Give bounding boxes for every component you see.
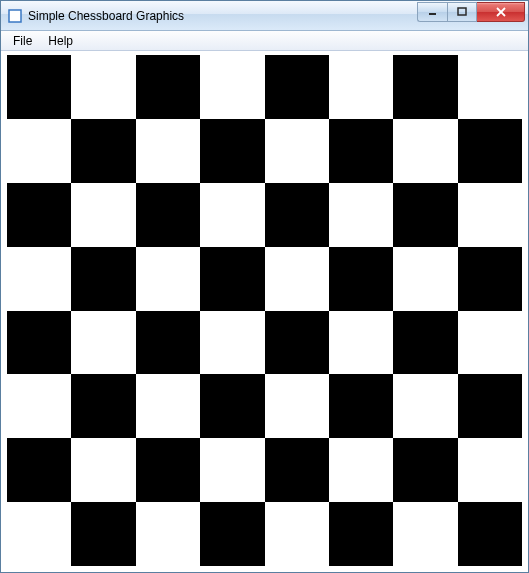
board-square (71, 119, 135, 183)
maximize-button[interactable] (447, 2, 477, 22)
board-square (136, 247, 200, 311)
board-square (265, 119, 329, 183)
board-square (458, 311, 522, 375)
board-square (71, 183, 135, 247)
board-square (458, 438, 522, 502)
window-title: Simple Chessboard Graphics (28, 9, 417, 23)
board-square (329, 438, 393, 502)
board-square (136, 438, 200, 502)
board-square (393, 55, 457, 119)
board-square (7, 55, 71, 119)
board-square (329, 247, 393, 311)
board-square (71, 502, 135, 566)
board-square (7, 502, 71, 566)
svg-rect-0 (9, 10, 21, 22)
client-area (1, 51, 528, 572)
board-square (71, 55, 135, 119)
board-square (393, 502, 457, 566)
menu-file[interactable]: File (5, 32, 40, 50)
board-square (393, 247, 457, 311)
board-square (200, 374, 264, 438)
board-square (7, 311, 71, 375)
board-square (7, 183, 71, 247)
board-square (329, 55, 393, 119)
board-square (265, 374, 329, 438)
board-square (7, 374, 71, 438)
board-square (136, 183, 200, 247)
svg-rect-2 (458, 8, 466, 15)
board-square (393, 438, 457, 502)
board-square (136, 119, 200, 183)
board-square (200, 183, 264, 247)
board-square (71, 247, 135, 311)
board-square (136, 374, 200, 438)
board-square (200, 119, 264, 183)
board-square (329, 183, 393, 247)
board-square (7, 438, 71, 502)
board-square (329, 374, 393, 438)
board-square (200, 311, 264, 375)
board-square (136, 311, 200, 375)
menubar: File Help (1, 31, 528, 51)
board-square (393, 311, 457, 375)
board-square (329, 502, 393, 566)
board-square (200, 438, 264, 502)
board-square (458, 55, 522, 119)
board-square (71, 438, 135, 502)
board-square (329, 119, 393, 183)
menu-help[interactable]: Help (40, 32, 81, 50)
app-window: Simple Chessboard Graphics File Help (0, 0, 529, 573)
board-square (136, 55, 200, 119)
board-square (458, 183, 522, 247)
board-square (393, 374, 457, 438)
board-square (329, 311, 393, 375)
window-controls (417, 2, 525, 22)
board-square (7, 119, 71, 183)
board-square (265, 55, 329, 119)
board-square (7, 247, 71, 311)
board-square (200, 502, 264, 566)
board-square (265, 247, 329, 311)
close-button[interactable] (477, 2, 525, 22)
board-square (265, 438, 329, 502)
titlebar[interactable]: Simple Chessboard Graphics (1, 1, 528, 31)
board-square (393, 183, 457, 247)
board-square (458, 374, 522, 438)
board-square (265, 502, 329, 566)
board-square (265, 183, 329, 247)
board-square (136, 502, 200, 566)
board-square (71, 311, 135, 375)
board-square (200, 55, 264, 119)
board-square (458, 119, 522, 183)
chessboard (7, 55, 522, 566)
board-square (265, 311, 329, 375)
board-square (458, 502, 522, 566)
board-square (458, 247, 522, 311)
board-square (200, 247, 264, 311)
board-square (393, 119, 457, 183)
app-icon (7, 8, 23, 24)
board-square (71, 374, 135, 438)
minimize-button[interactable] (417, 2, 447, 22)
